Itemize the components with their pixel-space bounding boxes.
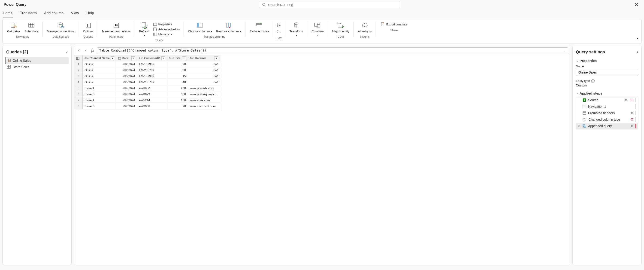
gear-icon[interactable]: ⚙ [630,111,634,115]
gear-icon[interactable]: ⚙ [624,98,628,102]
row-number[interactable]: 6 [74,91,83,97]
search-box[interactable] [259,1,400,8]
filter-button[interactable]: ▼ [182,56,186,60]
row-number[interactable]: 5 [74,85,83,91]
options-button[interactable]: Options [81,21,95,34]
map-to-entity-button[interactable]: CDM Map to entity [330,21,351,34]
manage-connections-button[interactable]: Manage connections [45,21,76,34]
cell[interactable]: 6/2/2024 [116,61,137,67]
cell[interactable]: 100 [167,97,188,103]
sort-desc-button[interactable]: ZA [276,29,282,34]
row-number[interactable]: 8 [74,103,83,109]
cell[interactable]: US-187982 [137,73,167,79]
choose-columns-button[interactable]: Choose columns▾ [186,21,214,34]
column-header-referrer[interactable]: ABCReferrer▼ [188,55,220,61]
cell[interactable]: e-75214 [137,97,167,103]
cell[interactable]: e-23658 [137,103,167,109]
filter-button[interactable]: ▼ [110,56,114,60]
row-number[interactable]: 1 [74,61,83,67]
refresh-button[interactable]: Refresh▾ [137,21,152,38]
row-number[interactable]: 2 [74,67,83,73]
cell[interactable]: 15 [167,73,188,79]
cell[interactable]: null [188,79,220,85]
tab-home[interactable]: Home [3,9,13,18]
tab-transform[interactable]: Transform [20,9,37,18]
query-name-input[interactable] [576,69,638,76]
step-item[interactable]: ✕Promoted headers⚙ [576,110,638,116]
fx-icon[interactable]: fx [90,48,95,53]
step-item[interactable]: ✕XSource⚙ [576,97,638,103]
column-header-customer-id[interactable]: ABCCustomerID▼ [137,55,167,61]
cell[interactable]: 40 [167,79,188,85]
select-all-cell[interactable] [74,55,83,61]
advanced-editor-button[interactable]: Advanced editor [152,27,182,32]
cell[interactable]: www.xbox.com [188,97,220,103]
cell[interactable]: 30 [167,67,188,73]
cell[interactable]: 6/7/2024 [116,103,137,109]
cell[interactable]: 6/5/2024 [116,73,137,79]
table-row[interactable]: 2Online6/2/2024US-23578930null [74,67,220,73]
cell[interactable]: 6/4/2024 [116,91,137,97]
step-extra-icon[interactable] [630,118,634,121]
properties-section[interactable]: ⌄ Properties [576,59,638,63]
table-row[interactable]: 8Store B6/7/2024e-2365870www.microsoft.c… [74,103,220,109]
cell[interactable]: Store B [83,103,116,109]
get-data-button[interactable]: Get data▾ [5,21,22,34]
delete-step-button[interactable]: ✕ [578,124,581,128]
cell[interactable]: null [188,67,220,73]
table-row[interactable]: 4Online6/5/2024US-23578940null [74,79,220,85]
step-extra-icon[interactable] [630,99,634,102]
table-row[interactable]: 7Store A6/7/2024e-75214100www.xbox.com [74,97,220,103]
cell[interactable]: 70 [167,103,188,109]
cell[interactable]: e-78899 [137,91,167,97]
manage-button[interactable]: Manage▾ [152,32,174,37]
cell[interactable]: Store A [83,85,116,91]
table-row[interactable]: 3Online6/5/2024US-18798215null [74,73,220,79]
step-item[interactable]: ✕Navigation 1 [576,103,638,110]
properties-button[interactable]: Properties [152,22,174,27]
manage-parameters-button[interactable]: Manage parameters▾ [100,21,132,34]
reduce-rows-button[interactable]: Reduce rows▾ [248,21,270,34]
step-item[interactable]: ✕ABC123Changed column type [576,116,638,123]
query-item-online-sales[interactable]: Online Sales [5,57,69,64]
filter-button[interactable]: ▼ [132,56,135,60]
cell[interactable]: Online [83,67,116,73]
cell[interactable]: www.powerbi.com [188,85,220,91]
commit-formula-button[interactable]: ✓ [83,48,88,53]
cancel-formula-button[interactable]: ✕ [76,48,82,53]
column-header-channel-name[interactable]: ABCChannel Name▼ [83,55,116,61]
cell[interactable]: 6/7/2024 [116,97,137,103]
step-item[interactable]: ✕Appended query⚙ [576,123,638,129]
tab-add-column[interactable]: Add column [44,9,64,18]
row-number[interactable]: 7 [74,97,83,103]
table-row[interactable]: 6Store B6/4/2024e-78899300www.powerquery… [74,91,220,97]
enter-data-button[interactable]: Enter data [23,21,40,34]
sort-asc-button[interactable]: AZ [276,22,282,28]
cell[interactable]: Online [83,79,116,85]
close-button[interactable]: ✕ [633,1,640,8]
tab-help[interactable]: Help [86,9,94,18]
cell[interactable]: e-78956 [137,85,167,91]
cell[interactable]: 300 [167,91,188,97]
cell[interactable]: Store A [83,97,116,103]
column-header-units[interactable]: 123Units▼ [167,55,188,61]
row-number[interactable]: 4 [74,79,83,85]
cell[interactable]: US-235789 [137,79,167,85]
cell[interactable]: Online [83,73,116,79]
column-header-date[interactable]: Date▼ [116,55,137,61]
export-template-button[interactable]: Export template [378,21,410,28]
transform-button[interactable]: Transform▾ [288,21,305,38]
applied-steps-section[interactable]: ⌄ Applied steps [576,91,638,95]
gear-icon[interactable]: ⚙ [630,124,634,128]
collapse-queries-button[interactable]: ‹ [66,50,68,55]
expand-formula-button[interactable]: ⌄ [564,49,566,52]
cell[interactable]: Online [83,61,116,67]
search-input[interactable] [268,3,397,7]
remove-columns-button[interactable]: Remove columns▾ [214,21,243,34]
cell[interactable]: null [188,61,220,67]
collapse-settings-button[interactable]: › [637,50,638,55]
query-item-store-sales[interactable]: Store Sales [5,64,69,70]
row-number[interactable]: 3 [74,73,83,79]
filter-button[interactable]: ▼ [162,56,165,60]
cell[interactable]: null [188,73,220,79]
